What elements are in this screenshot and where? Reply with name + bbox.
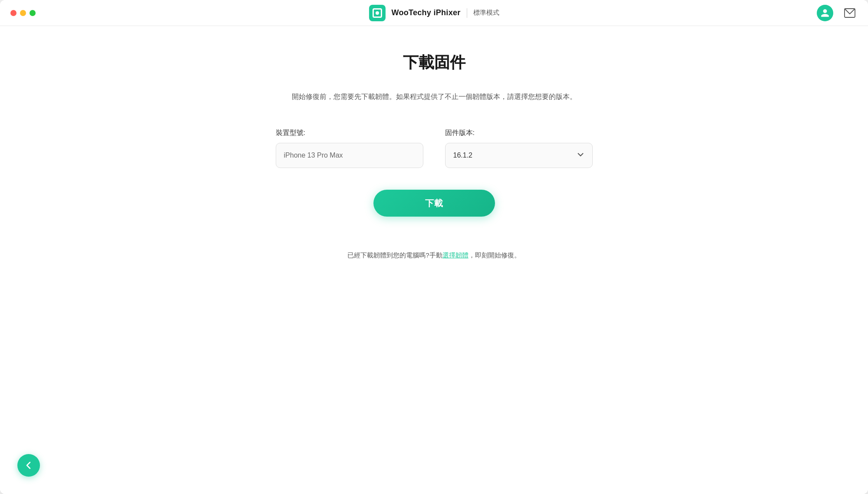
main-content: 下載固件 開始修復前，您需要先下載韌體。如果程式提供了不止一個韌體版本，請選擇您… bbox=[0, 26, 868, 494]
logo-icon bbox=[372, 8, 382, 18]
device-input[interactable] bbox=[276, 143, 423, 168]
title-divider bbox=[467, 8, 467, 18]
firmware-label: 固件版本: bbox=[445, 128, 593, 138]
minimize-button[interactable] bbox=[20, 10, 26, 16]
bottom-text-after: ，即刻開始修復。 bbox=[469, 251, 521, 259]
app-title: WooTechy iPhixer bbox=[391, 8, 460, 17]
close-button[interactable] bbox=[10, 10, 17, 16]
back-button[interactable] bbox=[17, 454, 40, 477]
titlebar: WooTechy iPhixer 標準模式 bbox=[0, 0, 868, 26]
download-button[interactable]: 下載 bbox=[373, 190, 495, 217]
app-window: WooTechy iPhixer 標準模式 下載固件 開始修復前，您需要先下載韌… bbox=[0, 0, 868, 494]
titlebar-right bbox=[817, 5, 858, 21]
traffic-lights bbox=[10, 10, 36, 16]
mail-icon[interactable] bbox=[842, 5, 858, 21]
bottom-text: 已經下載韌體到您的電腦嗎?手動選擇韌體，即刻開始修復。 bbox=[347, 251, 520, 260]
app-logo bbox=[369, 5, 385, 21]
maximize-button[interactable] bbox=[30, 10, 36, 16]
titlebar-center: WooTechy iPhixer 標準模式 bbox=[369, 5, 499, 21]
select-firmware-link[interactable]: 選擇韌體 bbox=[442, 251, 469, 259]
device-form-group: 裝置型號: bbox=[276, 128, 423, 168]
form-section: 裝置型號: 固件版本: 16.1.2 bbox=[276, 128, 593, 168]
firmware-form-group: 固件版本: 16.1.2 bbox=[445, 128, 593, 168]
chevron-down-icon bbox=[577, 151, 584, 161]
mode-label: 標準模式 bbox=[473, 9, 499, 17]
page-title: 下載固件 bbox=[403, 52, 465, 73]
device-label: 裝置型號: bbox=[276, 128, 423, 138]
firmware-select[interactable]: 16.1.2 bbox=[445, 143, 593, 168]
bottom-text-before: 已經下載韌體到您的電腦嗎?手動 bbox=[347, 251, 442, 259]
firmware-value: 16.1.2 bbox=[453, 151, 472, 159]
user-icon[interactable] bbox=[817, 5, 833, 21]
subtitle-text: 開始修復前，您需要先下載韌體。如果程式提供了不止一個韌體版本，請選擇您想要的版本… bbox=[292, 91, 577, 102]
